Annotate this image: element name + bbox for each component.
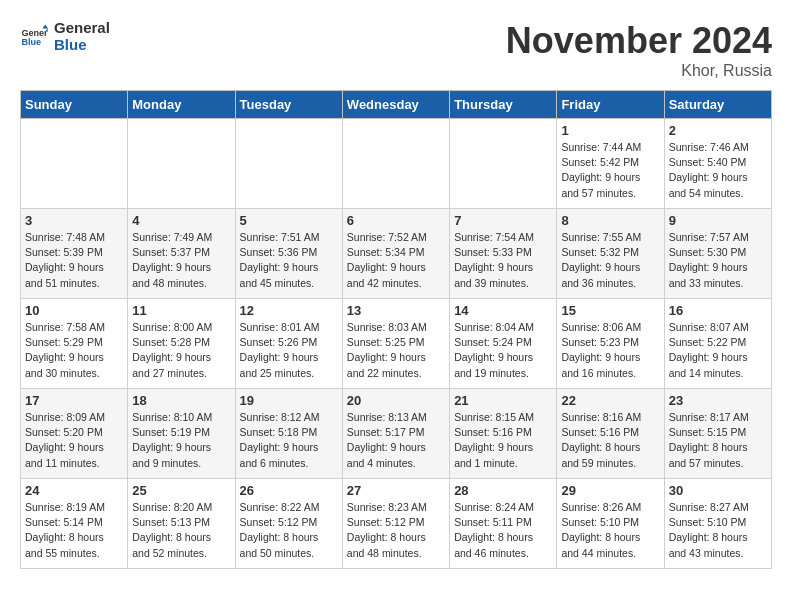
week-row-2: 3Sunrise: 7:48 AMSunset: 5:39 PMDaylight… xyxy=(21,209,772,299)
day-info: Sunrise: 7:51 AMSunset: 5:36 PMDaylight:… xyxy=(240,230,338,291)
day-info: Sunrise: 8:10 AMSunset: 5:19 PMDaylight:… xyxy=(132,410,230,471)
week-row-1: 1Sunrise: 7:44 AMSunset: 5:42 PMDaylight… xyxy=(21,119,772,209)
calendar-cell: 19Sunrise: 8:12 AMSunset: 5:18 PMDayligh… xyxy=(235,389,342,479)
calendar-cell: 17Sunrise: 8:09 AMSunset: 5:20 PMDayligh… xyxy=(21,389,128,479)
weekday-header-thursday: Thursday xyxy=(450,91,557,119)
day-info: Sunrise: 8:27 AMSunset: 5:10 PMDaylight:… xyxy=(669,500,767,561)
day-number: 19 xyxy=(240,393,338,408)
calendar-cell: 2Sunrise: 7:46 AMSunset: 5:40 PMDaylight… xyxy=(664,119,771,209)
logo: General Blue General Blue xyxy=(20,20,110,53)
calendar-cell: 21Sunrise: 8:15 AMSunset: 5:16 PMDayligh… xyxy=(450,389,557,479)
day-info: Sunrise: 8:22 AMSunset: 5:12 PMDaylight:… xyxy=(240,500,338,561)
weekday-header-tuesday: Tuesday xyxy=(235,91,342,119)
calendar-cell xyxy=(450,119,557,209)
day-info: Sunrise: 8:26 AMSunset: 5:10 PMDaylight:… xyxy=(561,500,659,561)
day-number: 25 xyxy=(132,483,230,498)
day-info: Sunrise: 8:16 AMSunset: 5:16 PMDaylight:… xyxy=(561,410,659,471)
calendar-cell xyxy=(21,119,128,209)
week-row-3: 10Sunrise: 7:58 AMSunset: 5:29 PMDayligh… xyxy=(21,299,772,389)
day-number: 1 xyxy=(561,123,659,138)
calendar-cell: 23Sunrise: 8:17 AMSunset: 5:15 PMDayligh… xyxy=(664,389,771,479)
weekday-header-friday: Friday xyxy=(557,91,664,119)
day-number: 7 xyxy=(454,213,552,228)
calendar-cell: 16Sunrise: 8:07 AMSunset: 5:22 PMDayligh… xyxy=(664,299,771,389)
calendar-cell: 24Sunrise: 8:19 AMSunset: 5:14 PMDayligh… xyxy=(21,479,128,569)
day-info: Sunrise: 8:13 AMSunset: 5:17 PMDaylight:… xyxy=(347,410,445,471)
svg-text:General: General xyxy=(21,27,48,37)
logo-text-general: General xyxy=(54,20,110,37)
calendar-cell: 6Sunrise: 7:52 AMSunset: 5:34 PMDaylight… xyxy=(342,209,449,299)
page-header: General Blue General Blue November 2024 … xyxy=(20,20,772,80)
day-info: Sunrise: 7:48 AMSunset: 5:39 PMDaylight:… xyxy=(25,230,123,291)
day-info: Sunrise: 8:03 AMSunset: 5:25 PMDaylight:… xyxy=(347,320,445,381)
day-info: Sunrise: 8:19 AMSunset: 5:14 PMDaylight:… xyxy=(25,500,123,561)
day-info: Sunrise: 7:58 AMSunset: 5:29 PMDaylight:… xyxy=(25,320,123,381)
day-info: Sunrise: 8:00 AMSunset: 5:28 PMDaylight:… xyxy=(132,320,230,381)
calendar-cell: 15Sunrise: 8:06 AMSunset: 5:23 PMDayligh… xyxy=(557,299,664,389)
calendar-cell: 1Sunrise: 7:44 AMSunset: 5:42 PMDaylight… xyxy=(557,119,664,209)
day-number: 23 xyxy=(669,393,767,408)
day-info: Sunrise: 8:12 AMSunset: 5:18 PMDaylight:… xyxy=(240,410,338,471)
logo-icon: General Blue xyxy=(20,23,48,51)
day-number: 11 xyxy=(132,303,230,318)
day-number: 21 xyxy=(454,393,552,408)
calendar: SundayMondayTuesdayWednesdayThursdayFrid… xyxy=(20,90,772,569)
svg-marker-2 xyxy=(42,24,48,28)
week-row-5: 24Sunrise: 8:19 AMSunset: 5:14 PMDayligh… xyxy=(21,479,772,569)
weekday-header-monday: Monday xyxy=(128,91,235,119)
day-number: 4 xyxy=(132,213,230,228)
calendar-cell: 18Sunrise: 8:10 AMSunset: 5:19 PMDayligh… xyxy=(128,389,235,479)
day-info: Sunrise: 7:54 AMSunset: 5:33 PMDaylight:… xyxy=(454,230,552,291)
weekday-header-sunday: Sunday xyxy=(21,91,128,119)
day-info: Sunrise: 8:01 AMSunset: 5:26 PMDaylight:… xyxy=(240,320,338,381)
calendar-cell: 5Sunrise: 7:51 AMSunset: 5:36 PMDaylight… xyxy=(235,209,342,299)
calendar-cell: 22Sunrise: 8:16 AMSunset: 5:16 PMDayligh… xyxy=(557,389,664,479)
day-number: 3 xyxy=(25,213,123,228)
calendar-cell: 9Sunrise: 7:57 AMSunset: 5:30 PMDaylight… xyxy=(664,209,771,299)
calendar-cell: 7Sunrise: 7:54 AMSunset: 5:33 PMDaylight… xyxy=(450,209,557,299)
calendar-cell: 14Sunrise: 8:04 AMSunset: 5:24 PMDayligh… xyxy=(450,299,557,389)
day-number: 12 xyxy=(240,303,338,318)
day-info: Sunrise: 8:07 AMSunset: 5:22 PMDaylight:… xyxy=(669,320,767,381)
day-number: 8 xyxy=(561,213,659,228)
day-info: Sunrise: 7:49 AMSunset: 5:37 PMDaylight:… xyxy=(132,230,230,291)
day-info: Sunrise: 8:24 AMSunset: 5:11 PMDaylight:… xyxy=(454,500,552,561)
day-info: Sunrise: 8:09 AMSunset: 5:20 PMDaylight:… xyxy=(25,410,123,471)
calendar-cell: 29Sunrise: 8:26 AMSunset: 5:10 PMDayligh… xyxy=(557,479,664,569)
calendar-cell: 20Sunrise: 8:13 AMSunset: 5:17 PMDayligh… xyxy=(342,389,449,479)
day-info: Sunrise: 8:17 AMSunset: 5:15 PMDaylight:… xyxy=(669,410,767,471)
day-number: 24 xyxy=(25,483,123,498)
day-number: 14 xyxy=(454,303,552,318)
weekday-header-saturday: Saturday xyxy=(664,91,771,119)
day-number: 15 xyxy=(561,303,659,318)
calendar-cell: 11Sunrise: 8:00 AMSunset: 5:28 PMDayligh… xyxy=(128,299,235,389)
day-number: 18 xyxy=(132,393,230,408)
location: Khor, Russia xyxy=(506,62,772,80)
calendar-cell: 13Sunrise: 8:03 AMSunset: 5:25 PMDayligh… xyxy=(342,299,449,389)
calendar-cell: 28Sunrise: 8:24 AMSunset: 5:11 PMDayligh… xyxy=(450,479,557,569)
calendar-cell: 10Sunrise: 7:58 AMSunset: 5:29 PMDayligh… xyxy=(21,299,128,389)
day-info: Sunrise: 7:55 AMSunset: 5:32 PMDaylight:… xyxy=(561,230,659,291)
weekday-header-wednesday: Wednesday xyxy=(342,91,449,119)
day-info: Sunrise: 7:44 AMSunset: 5:42 PMDaylight:… xyxy=(561,140,659,201)
day-number: 26 xyxy=(240,483,338,498)
day-number: 20 xyxy=(347,393,445,408)
day-number: 13 xyxy=(347,303,445,318)
svg-text:Blue: Blue xyxy=(21,37,41,47)
calendar-cell: 8Sunrise: 7:55 AMSunset: 5:32 PMDaylight… xyxy=(557,209,664,299)
day-number: 28 xyxy=(454,483,552,498)
day-info: Sunrise: 7:57 AMSunset: 5:30 PMDaylight:… xyxy=(669,230,767,291)
day-info: Sunrise: 8:04 AMSunset: 5:24 PMDaylight:… xyxy=(454,320,552,381)
calendar-cell: 30Sunrise: 8:27 AMSunset: 5:10 PMDayligh… xyxy=(664,479,771,569)
title-block: November 2024 Khor, Russia xyxy=(506,20,772,80)
weekday-header-row: SundayMondayTuesdayWednesdayThursdayFrid… xyxy=(21,91,772,119)
day-number: 5 xyxy=(240,213,338,228)
day-info: Sunrise: 8:20 AMSunset: 5:13 PMDaylight:… xyxy=(132,500,230,561)
calendar-cell: 3Sunrise: 7:48 AMSunset: 5:39 PMDaylight… xyxy=(21,209,128,299)
calendar-cell: 25Sunrise: 8:20 AMSunset: 5:13 PMDayligh… xyxy=(128,479,235,569)
day-info: Sunrise: 8:06 AMSunset: 5:23 PMDaylight:… xyxy=(561,320,659,381)
day-number: 22 xyxy=(561,393,659,408)
calendar-cell xyxy=(342,119,449,209)
month-title: November 2024 xyxy=(506,20,772,62)
day-number: 9 xyxy=(669,213,767,228)
